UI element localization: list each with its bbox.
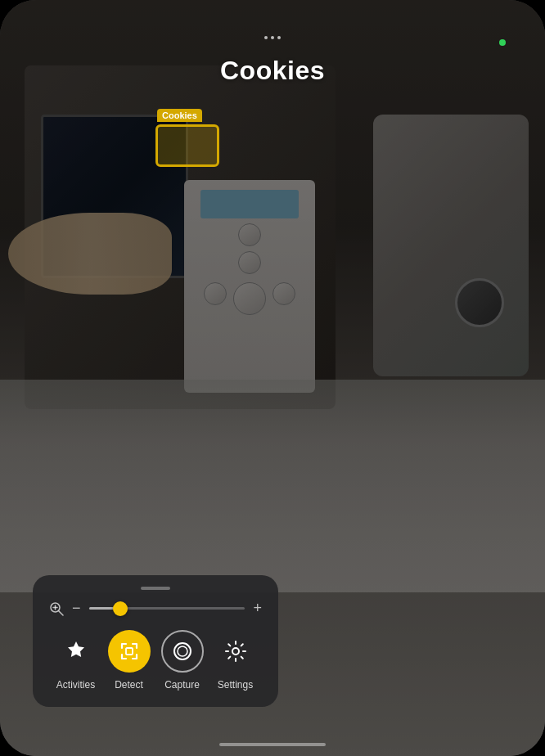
zoom-slider-thumb[interactable] xyxy=(113,601,128,616)
zoom-icon xyxy=(49,601,64,616)
settings-label: Settings xyxy=(218,679,253,691)
activities-button[interactable]: Activities xyxy=(55,630,97,691)
circle-icon xyxy=(171,640,194,663)
svg-line-1 xyxy=(59,611,63,615)
star-icon xyxy=(64,639,88,664)
dot-1 xyxy=(264,36,268,39)
viewfinder-icon xyxy=(118,640,141,663)
zoom-plus-label[interactable]: + xyxy=(253,600,262,617)
detection-box-label: Cookies xyxy=(157,109,202,122)
home-bar xyxy=(219,743,326,746)
svg-point-5 xyxy=(174,643,191,659)
zoom-minus-label[interactable]: − xyxy=(72,600,81,617)
capture-icon-wrap xyxy=(161,630,204,673)
control-panel: − + Activities xyxy=(33,575,278,707)
detect-button[interactable]: Detect xyxy=(108,630,151,691)
svg-point-7 xyxy=(232,648,239,655)
svg-point-6 xyxy=(178,646,187,656)
dot-3 xyxy=(277,36,281,39)
detect-label: Detect xyxy=(115,679,143,691)
capture-label: Capture xyxy=(164,679,200,691)
dot-2 xyxy=(271,36,274,39)
detect-icon-wrap xyxy=(108,630,151,673)
settings-button[interactable]: Settings xyxy=(214,630,257,691)
status-indicator-dot xyxy=(499,39,506,46)
zoom-slider-track[interactable] xyxy=(89,607,245,610)
svg-rect-4 xyxy=(126,648,133,655)
top-dots-indicator xyxy=(264,36,281,39)
activities-label: Activities xyxy=(56,679,95,691)
gear-icon xyxy=(223,639,248,664)
toolbar: Activities Detect xyxy=(46,630,265,691)
detection-bounding-box: Cookies xyxy=(155,124,219,167)
capture-button[interactable]: Capture xyxy=(161,630,204,691)
detected-object-title: Cookies xyxy=(220,56,325,86)
panel-drag-handle[interactable] xyxy=(141,587,170,590)
settings-icon-wrap xyxy=(214,630,257,673)
activities-icon-wrap xyxy=(55,630,97,673)
camera-view: Cookies Cookies − + xyxy=(0,0,545,756)
zoom-slider-row: − + xyxy=(46,600,265,617)
